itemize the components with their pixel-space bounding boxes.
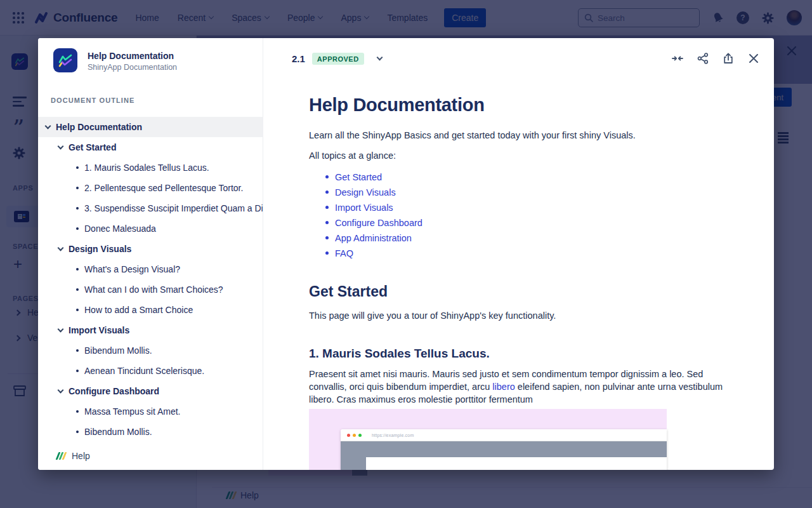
outline-item[interactable]: How to add a Smart Choice bbox=[38, 300, 263, 320]
bullet-icon bbox=[76, 309, 79, 311]
inline-link-libero[interactable]: libero bbox=[492, 382, 514, 392]
list-item: Import Visuals bbox=[325, 200, 743, 215]
bullet-icon bbox=[76, 207, 79, 210]
bullet-icon bbox=[76, 349, 79, 352]
version-number[interactable]: 2.1 bbox=[292, 53, 305, 64]
collapse-arrows-icon bbox=[671, 52, 684, 65]
export-button[interactable] bbox=[722, 52, 735, 65]
close-icon bbox=[747, 52, 760, 65]
bullet-icon bbox=[76, 187, 79, 189]
bullet-icon bbox=[76, 410, 79, 413]
traffic-light-green-icon bbox=[358, 434, 362, 437]
bullet-icon bbox=[76, 431, 79, 433]
browser-mockup: https://example.com bbox=[341, 429, 667, 470]
chevron-down-icon bbox=[58, 143, 64, 149]
outline-heading: DOCUMENT OUTLINE bbox=[51, 97, 134, 104]
traffic-light-yellow-icon bbox=[353, 434, 356, 437]
traffic-light-red-icon bbox=[347, 434, 350, 437]
outline-item[interactable]: What's a Design Visual? bbox=[38, 259, 263, 279]
outline-item[interactable]: 2. Pellentesque sed Pellentesque Tortor. bbox=[38, 178, 263, 198]
outline-item-help-documentation[interactable]: Help Documentation bbox=[38, 117, 263, 137]
version-dropdown-chevron-icon[interactable] bbox=[376, 54, 383, 60]
topics-lead: All topics at a glance: bbox=[309, 149, 743, 162]
outline-item[interactable]: Massa Tempus sit Amet. bbox=[38, 401, 263, 422]
browser-toolbar: https://example.com bbox=[341, 429, 667, 441]
list-item: Design Visuals bbox=[325, 185, 743, 200]
bullet-icon bbox=[76, 268, 79, 271]
chevron-down-icon bbox=[58, 326, 64, 332]
topic-link-design-visuals[interactable]: Design Visuals bbox=[335, 187, 396, 197]
share-icon bbox=[697, 52, 709, 65]
outline-item-configure-dashboard[interactable]: Configure Dashboard bbox=[38, 381, 263, 401]
chevron-down-icon bbox=[58, 387, 64, 393]
list-item: App Administration bbox=[325, 231, 743, 246]
browser-body bbox=[341, 441, 667, 470]
list-item: FAQ bbox=[325, 246, 743, 261]
collapse-panel-button[interactable] bbox=[671, 52, 684, 65]
body-paragraph: Praesent sit amet nisi mauris. Mauris se… bbox=[309, 368, 743, 406]
bullet-icon bbox=[76, 227, 79, 230]
browser-url: https://example.com bbox=[372, 433, 414, 438]
bullet-icon bbox=[76, 370, 79, 372]
document-title: Help Documentation bbox=[88, 51, 174, 61]
document-toolbar: 2.1 APPROVED bbox=[263, 38, 774, 79]
outline-help-footer[interactable]: Help bbox=[57, 451, 90, 461]
outline-item[interactable]: What can I do with Smart Choices? bbox=[38, 279, 263, 300]
bullet-icon bbox=[76, 288, 79, 291]
help-slashes-icon bbox=[57, 452, 65, 460]
chevron-down-icon bbox=[58, 244, 64, 251]
outline-item[interactable]: Bibendum Mollis. bbox=[38, 422, 263, 442]
document-subtitle: ShinyApp Documentation bbox=[88, 63, 177, 72]
share-button[interactable] bbox=[697, 52, 709, 65]
topic-link-list: Get Started Design Visuals Import Visual… bbox=[309, 170, 743, 261]
browser-inner-panel bbox=[366, 457, 667, 470]
outline-item[interactable]: Donec Malesuada bbox=[38, 218, 263, 239]
topic-link-faq[interactable]: FAQ bbox=[335, 248, 353, 258]
toolbar-icons bbox=[671, 38, 760, 79]
outline-item[interactable]: Bibendum Mollis. bbox=[38, 340, 263, 361]
section-paragraph: This page will give you a tour of ShinyA… bbox=[309, 309, 743, 322]
screenshot-figure: https://example.com bbox=[309, 409, 667, 470]
section-heading-get-started: Get Started bbox=[309, 283, 743, 300]
intro-paragraph: Learn all the ShinyApp Basics and get st… bbox=[309, 129, 743, 142]
outline-item-design-visuals[interactable]: Design Visuals bbox=[38, 239, 263, 259]
export-upload-icon bbox=[722, 52, 735, 65]
chart-lines-icon bbox=[57, 52, 74, 69]
document-content: Help Documentation Learn all the ShinyAp… bbox=[263, 79, 774, 470]
outline-item-get-started[interactable]: Get Started bbox=[38, 137, 263, 157]
bullet-icon bbox=[76, 166, 79, 169]
close-modal-button[interactable] bbox=[747, 52, 760, 65]
outline-item[interactable]: Aenean Tincidunt Scelerisque. bbox=[38, 361, 263, 381]
document-panel: 2.1 APPROVED bbox=[263, 38, 774, 470]
outline-item[interactable]: 1. Mauris Sodales Tellus Lacus. bbox=[38, 157, 263, 178]
subsection-heading: 1. Mauris Sodales Tellus Lacus. bbox=[309, 346, 743, 361]
list-item: Get Started bbox=[325, 170, 743, 185]
topic-link-get-started[interactable]: Get Started bbox=[335, 172, 382, 182]
document-reader-modal: Help Documentation ShinyApp Documentatio… bbox=[38, 38, 774, 470]
document-app-icon bbox=[53, 48, 77, 72]
status-badge: APPROVED bbox=[312, 53, 364, 65]
list-item: Configure Dashboard bbox=[325, 215, 743, 231]
outline-item[interactable]: 3. Suspendisse Suscipit Imperdiet Quam a… bbox=[38, 198, 263, 218]
chevron-down-icon bbox=[45, 123, 51, 129]
outline-item-import-visuals[interactable]: Import Visuals bbox=[38, 320, 263, 340]
outline-panel: Help Documentation ShinyApp Documentatio… bbox=[38, 38, 263, 470]
topic-link-configure-dashboard[interactable]: Configure Dashboard bbox=[335, 218, 422, 228]
document-outline-tree: Help Documentation Get Started 1. Mauris… bbox=[38, 117, 263, 442]
topic-link-app-administration[interactable]: App Administration bbox=[335, 233, 412, 243]
topic-link-import-visuals[interactable]: Import Visuals bbox=[335, 203, 393, 213]
page-title: Help Documentation bbox=[309, 94, 743, 116]
screen: Confluence Home Recent Spaces People App… bbox=[0, 0, 812, 508]
